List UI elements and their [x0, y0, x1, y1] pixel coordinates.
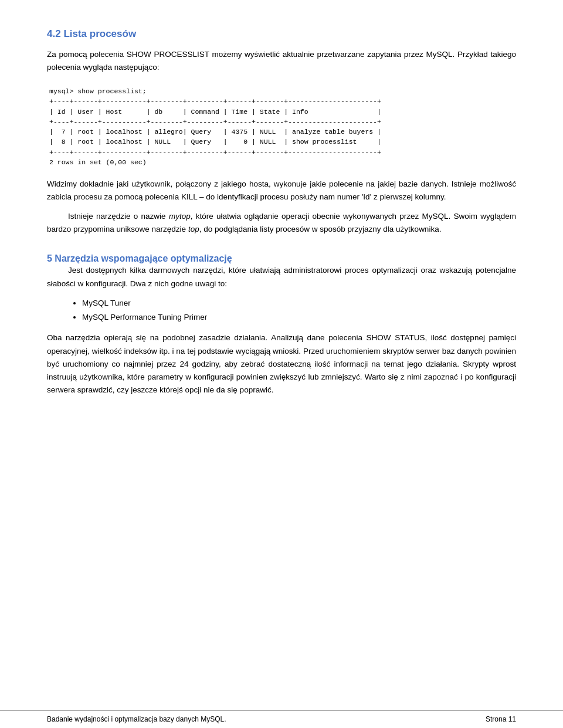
para2-italic: mytop: [169, 212, 191, 221]
footer-right: Strona 11: [486, 715, 516, 723]
section-number: 4.2: [47, 28, 61, 39]
bullet-list: MySQL Tuner MySQL Performance Tuning Pri…: [82, 296, 516, 325]
section-5-heading: 5 Narzędzia wspomagające optymalizację: [47, 253, 516, 264]
paragraph-3: Jest dostępnych kilka darmowych narzędzi…: [47, 264, 516, 290]
section5-title: Narzędzia wspomagające optymalizację: [55, 253, 232, 263]
paragraph-4: Oba narzędzia opierają się na podobnej z…: [47, 331, 516, 397]
para2-intro: Istnieje narzędzie o nazwie: [68, 212, 169, 221]
paragraph-2: Istnieje narzędzie o nazwie mytop, które…: [47, 210, 516, 236]
footer-left: Badanie wydajności i optymalizacja bazy …: [47, 715, 226, 723]
para2-rest2: , do podglądania listy procesów w sposób…: [199, 225, 442, 233]
section-42-heading: 4.2 Lista procesów: [47, 28, 516, 40]
list-item: MySQL Tuner: [82, 296, 516, 310]
para2-italic2: top: [188, 225, 199, 233]
list-item: MySQL Performance Tuning Primer: [82, 310, 516, 324]
paragraph-1: Widzimy dokładnie jaki użytkownik, połąc…: [47, 178, 516, 204]
section5-number: 5: [47, 253, 52, 263]
intro-paragraph: Za pomocą polecenia SHOW PROCESSLIST moż…: [47, 48, 516, 73]
code-block: mysql> show processlist; +----+------+--…: [47, 82, 516, 172]
section-title-label: Lista procesów: [63, 28, 136, 39]
page-footer: Badanie wydajności i optymalizacja bazy …: [0, 710, 563, 728]
